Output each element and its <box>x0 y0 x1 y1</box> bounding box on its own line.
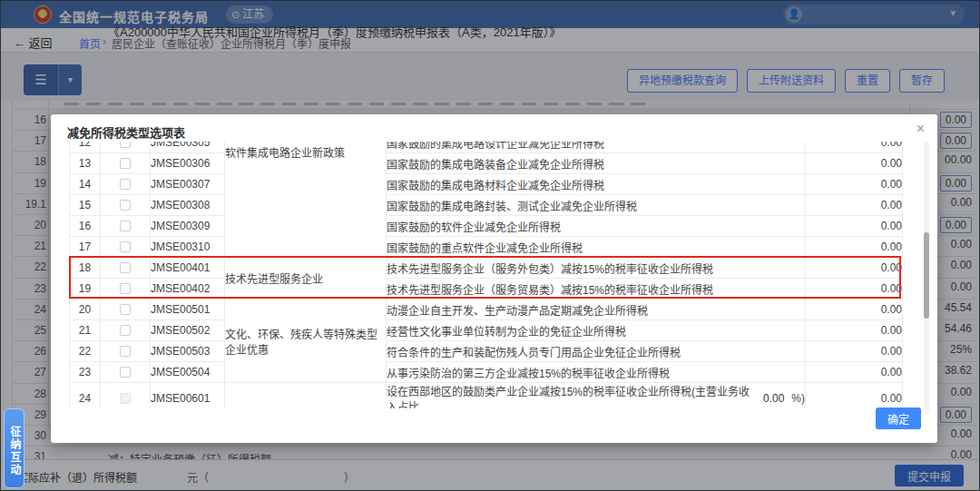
table-row: 16JMSE00309国家鼓励的软件企业减免企业所得税0.00 <box>70 216 903 237</box>
amount-cell: 0.00 <box>806 237 903 258</box>
checkbox-cell <box>101 153 151 174</box>
description-cell: 动漫企业自主开发、生产动漫产品定期减免企业所得税 <box>387 300 806 320</box>
table-row: 12JMSE00305软件集成电路企业新政策国家鼓励的集成电路设计企业减免企业所… <box>70 142 903 153</box>
dialog-table-viewport: 12JMSE00305软件集成电路企业新政策国家鼓励的集成电路设计企业减免企业所… <box>69 142 904 408</box>
description-cell: 设在西部地区的鼓励类产业企业减按15%的税率征收企业所得税(主营业务收入占比0.… <box>387 383 806 409</box>
row-number-cell: 18 <box>70 258 101 279</box>
table-row: 21JMSE00502经营性文化事业单位转制为企业的免征企业所得税0.00 <box>70 320 903 341</box>
row-checkbox[interactable] <box>120 367 131 378</box>
amount-cell: 0.00 <box>806 279 903 300</box>
checkbox-cell <box>101 174 151 195</box>
amount-cell: 0.00 <box>806 383 903 409</box>
category-cell: 技术先进型服务企业 <box>225 258 387 300</box>
checkbox-cell <box>101 195 151 216</box>
row-checkbox[interactable] <box>120 200 131 211</box>
code-cell: JMSE00601 <box>151 383 225 409</box>
scrollbar-thumb[interactable] <box>924 232 929 319</box>
row-number-cell: 13 <box>70 153 101 174</box>
description-cell: 国家鼓励的软件企业减免企业所得税 <box>387 216 806 237</box>
row-number-cell: 21 <box>70 320 101 341</box>
description-cell: 技术先进型服务企业（服务贸易类）减按15%的税率征收企业所得税 <box>387 279 806 300</box>
code-cell: JMSE00504 <box>151 362 225 383</box>
description-text: 国家鼓励的集成电路封装、测试企业减免企业所得税 <box>387 198 637 213</box>
amount-cell: 0.00 <box>806 142 903 153</box>
checkbox-cell <box>101 237 151 258</box>
inline-percentage-value[interactable]: 0.00 <box>763 392 784 405</box>
amount-cell: 0.00 <box>806 174 903 195</box>
amount-cell: 0.00 <box>806 195 903 216</box>
description-text: 国家鼓励的集成电路装备企业减免企业所得税 <box>387 156 604 172</box>
row-checkbox[interactable] <box>120 262 131 273</box>
description-text: 从事污染防治的第三方企业减按15%的税率征收企业所得税 <box>387 365 670 380</box>
code-cell: JMSE00502 <box>151 320 225 341</box>
confirm-button[interactable]: 确定 <box>876 408 921 429</box>
checkbox-cell <box>101 216 151 237</box>
code-cell: JMSE00306 <box>151 153 225 174</box>
tax-interaction-floating-badge[interactable]: 征纳互动 <box>4 408 24 488</box>
inline-percent-suffix: %) <box>791 392 805 405</box>
dialog-scrollbar[interactable] <box>924 142 929 414</box>
row-number-cell: 20 <box>70 300 101 320</box>
checkbox-cell <box>101 320 151 341</box>
row-checkbox[interactable] <box>120 241 131 252</box>
row-number-cell: 15 <box>70 195 101 216</box>
row-number-cell: 12 <box>70 142 101 153</box>
tax-reduction-type-dialog: 减免所得税类型选项表 × 12JMSE00305软件集成电路企业新政策国家鼓励的… <box>51 114 937 443</box>
amount-cell: 0.00 <box>806 320 903 341</box>
amount-cell: 0.00 <box>806 153 903 174</box>
row-checkbox[interactable] <box>120 304 131 315</box>
description-cell: 国家鼓励的集成电路封装、测试企业减免企业所得税 <box>387 195 806 216</box>
close-icon[interactable]: × <box>916 122 925 136</box>
description-cell: 经营性文化事业单位转制为企业的免征企业所得税 <box>387 320 806 341</box>
tax-reduction-table: 12JMSE00305软件集成电路企业新政策国家鼓励的集成电路设计企业减免企业所… <box>69 142 903 408</box>
description-cell: 国家鼓励的集成电路装备企业减免企业所得税 <box>387 153 806 174</box>
row-number-cell: 17 <box>70 237 101 258</box>
table-row: 23JMSE00504从事污染防治的第三方企业减按15%的税率征收企业所得税0.… <box>70 362 903 383</box>
row-checkbox[interactable] <box>120 179 131 190</box>
description-text: 动漫企业自主开发、生产动漫产品定期减免企业所得税 <box>387 302 648 318</box>
description-text: 技术先进型服务企业（服务外包类）减按15%的税率征收企业所得税 <box>387 260 713 276</box>
code-cell: JMSE00401 <box>151 258 225 279</box>
row-checkbox[interactable] <box>120 142 131 148</box>
row-checkbox <box>120 393 131 404</box>
table-row: 19JMSE00402技术先进型服务企业（服务贸易类）减按15%的税率征收企业所… <box>70 279 903 300</box>
category-cell: 软件集成电路企业新政策 <box>225 142 387 258</box>
description-cell: 国家鼓励的重点软件企业减免企业所得税 <box>387 237 806 258</box>
code-cell: JMSE00503 <box>151 341 225 362</box>
row-number-cell: 16 <box>70 216 101 237</box>
category-cell <box>225 383 387 409</box>
code-cell: JMSE00310 <box>151 237 225 258</box>
checkbox-cell <box>101 258 151 279</box>
description-text: 国家鼓励的重点软件企业减免企业所得税 <box>387 240 583 255</box>
amount-cell: 0.00 <box>806 300 903 320</box>
row-number-cell: 23 <box>70 362 101 383</box>
checkbox-cell <box>101 383 151 409</box>
description-cell: 技术先进型服务企业（服务外包类）减按15%的税率征收企业所得税 <box>387 258 806 279</box>
row-checkbox[interactable] <box>120 283 131 294</box>
row-checkbox[interactable] <box>120 346 131 357</box>
checkbox-cell <box>101 142 151 153</box>
table-row: 13JMSE00306国家鼓励的集成电路装备企业减免企业所得税0.00 <box>70 153 903 174</box>
description-text: 国家鼓励的软件企业减免企业所得税 <box>387 219 561 234</box>
description-text: 技术先进型服务企业（服务贸易类）减按15%的税率征收企业所得税 <box>387 281 713 297</box>
dialog-title: 减免所得税类型选项表 <box>67 123 185 141</box>
description-cell: 从事污染防治的第三方企业减按15%的税率征收企业所得税 <box>387 362 806 383</box>
description-text: 设在西部地区的鼓励类产业企业减按15%的税率征收企业所得税(主营业务收入占比 <box>387 383 756 408</box>
table-row: 20JMSE00501文化、环保、残疾人等特殊类型企业优惠动漫企业自主开发、生产… <box>70 300 903 320</box>
table-row: 15JMSE00308国家鼓励的集成电路封装、测试企业减免企业所得税0.00 <box>70 195 903 216</box>
row-checkbox[interactable] <box>120 221 131 231</box>
table-row: 24JMSE00601设在西部地区的鼓励类产业企业减按15%的税率征收企业所得税… <box>70 383 903 409</box>
row-number-cell: 22 <box>70 341 101 362</box>
checkbox-cell <box>101 341 151 362</box>
table-row: 17JMSE00310国家鼓励的重点软件企业减免企业所得税0.00 <box>70 237 903 258</box>
category-cell: 文化、环保、残疾人等特殊类型企业优惠 <box>225 300 387 383</box>
code-cell: JMSE00402 <box>151 279 225 300</box>
description-cell: 国家鼓励的集成电路材料企业减免企业所得税 <box>387 174 806 195</box>
row-checkbox[interactable] <box>120 325 131 336</box>
row-number-cell: 19 <box>70 279 101 300</box>
table-row: 22JMSE00503符合条件的生产和装配伤残人员专门用品企业免征企业所得税0.… <box>70 341 903 362</box>
code-cell: JMSE00309 <box>151 216 225 237</box>
table-row: 14JMSE00307国家鼓励的集成电路材料企业减免企业所得税0.00 <box>70 174 903 195</box>
description-cell: 国家鼓励的集成电路设计企业减免企业所得税 <box>387 142 806 153</box>
row-checkbox[interactable] <box>120 158 131 169</box>
